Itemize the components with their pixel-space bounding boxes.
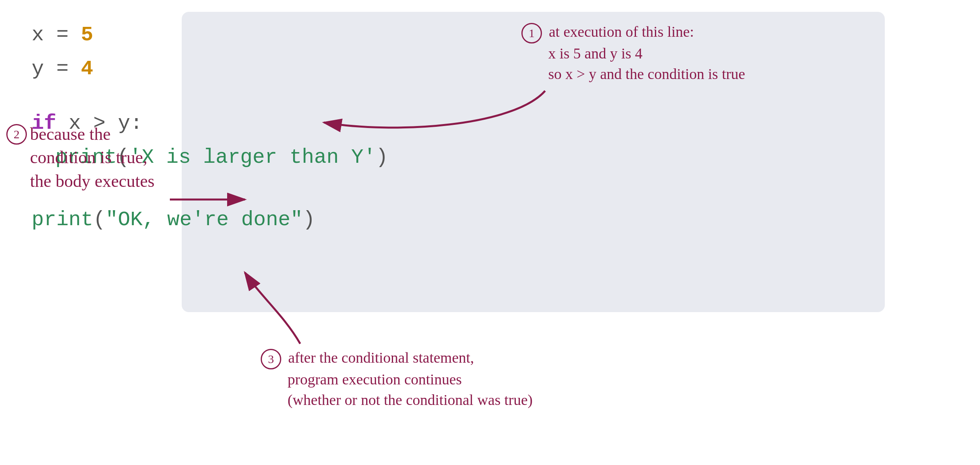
code-print2: print <box>32 208 93 232</box>
ann2-line3: the body executes <box>30 169 154 193</box>
code-val5: 5 <box>81 23 93 47</box>
ann3-line3: (whether or not the conditional was true… <box>261 392 532 408</box>
ann2-line1: because the <box>30 122 154 146</box>
code-str1: 'X is larger than Y' <box>129 146 376 169</box>
annotation-2: 2 because the condition is true, the bod… <box>6 122 154 193</box>
code-var-x: x <box>32 23 44 47</box>
ann3-line2: program execution continues <box>261 371 462 388</box>
code-var-y: y <box>32 57 44 81</box>
annotation-1: 1 at execution of this line: x is 5 and … <box>521 22 745 84</box>
ann3-line1: after the conditional statement, <box>288 349 474 366</box>
circle-1: 1 <box>521 23 542 43</box>
circle-2: 2 <box>6 124 27 145</box>
ann1-line1: at execution of this line: <box>549 23 694 40</box>
ann1-line3: so x > y and the condition is true <box>521 66 745 82</box>
ann2-line2: condition is true, <box>30 146 154 169</box>
code-eq2: = <box>56 57 81 81</box>
code-val4: 4 <box>81 57 93 81</box>
circle-3: 3 <box>261 349 281 369</box>
code-eq1: = <box>56 23 81 47</box>
code-str2: "OK, we're done" <box>105 208 303 232</box>
annotation-3: 3 after the conditional statement, progr… <box>261 348 532 410</box>
ann1-line2: x is 5 and y is 4 <box>521 45 643 62</box>
